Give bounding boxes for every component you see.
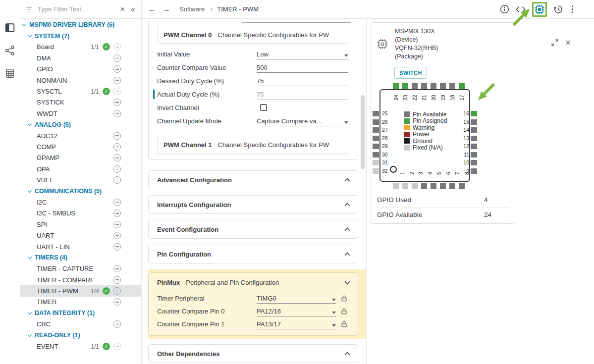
pin-5[interactable] (431, 183, 436, 189)
pin-6[interactable] (440, 183, 446, 189)
checkbox-invert-channel[interactable] (260, 104, 267, 111)
pin-27[interactable] (373, 127, 379, 133)
pin-2[interactable] (402, 183, 408, 189)
tree-item-timer-compare[interactable]: TIMER - COMPARE (20, 274, 141, 285)
kebab-menu-icon[interactable] (570, 4, 575, 14)
pin-12[interactable] (471, 144, 477, 149)
pin-30[interactable] (373, 152, 379, 157)
pin-10[interactable] (471, 160, 477, 165)
clear-filter-icon[interactable]: × (120, 5, 125, 13)
add-instance-icon[interactable] (113, 287, 121, 295)
tree-item-i2c[interactable]: I2C (20, 197, 141, 208)
pin-29[interactable] (373, 144, 379, 149)
forward-icon[interactable]: → (162, 5, 170, 14)
add-instance-icon[interactable] (113, 243, 121, 251)
tree-item-spi[interactable]: SPI (20, 219, 141, 230)
pin-14[interactable] (471, 127, 477, 133)
pin-13[interactable] (471, 136, 477, 141)
tree-item-uart[interactable]: UART (20, 230, 141, 241)
scrollbar-thumb[interactable] (361, 95, 365, 169)
registers-view-icon[interactable] (4, 67, 16, 79)
scrollbar[interactable] (361, 41, 365, 361)
device-view-button[interactable] (532, 2, 547, 17)
pin-15[interactable] (471, 119, 477, 125)
tree-item-comp[interactable]: COMP (20, 141, 141, 152)
pin-25[interactable] (373, 111, 379, 116)
tree-group-data-integrity-1[interactable]: DATA INTEGRITY (1) (20, 308, 141, 318)
tree-item-timer-capture[interactable]: TIMER - CAPTURE (20, 263, 141, 274)
pin-8[interactable] (459, 183, 465, 189)
add-instance-icon[interactable] (113, 54, 121, 62)
pin-32[interactable] (373, 168, 379, 174)
pin-31[interactable] (373, 160, 379, 165)
add-instance-icon[interactable] (113, 265, 121, 272)
tree-group-read-only-1[interactable]: READ-ONLY (1) (20, 330, 141, 341)
filter-input[interactable] (37, 5, 116, 13)
pin-3[interactable] (412, 183, 418, 189)
add-instance-icon[interactable] (113, 65, 121, 73)
history-icon[interactable] (553, 4, 563, 14)
add-instance-icon[interactable] (113, 221, 121, 228)
pin-17[interactable] (459, 83, 465, 89)
section-other-dependencies[interactable]: Other Dependencies (148, 344, 358, 363)
tree-item-vref[interactable]: VREF (20, 174, 141, 185)
pinmux-header[interactable]: PinMux Peripheral and Pin Configuration (157, 273, 349, 292)
add-instance-icon[interactable] (113, 43, 121, 51)
tree-item-dma[interactable]: DMA (20, 52, 141, 63)
lock-icon[interactable] (340, 308, 348, 315)
add-instance-icon[interactable] (113, 99, 121, 106)
pin-26[interactable] (373, 119, 379, 125)
tree-item-board[interactable]: Board1/1✓ (20, 42, 141, 52)
pin-20[interactable] (431, 83, 436, 89)
config-view-icon[interactable] (4, 22, 16, 34)
tree-group-system-7[interactable]: SYSTEM (7) (20, 30, 141, 41)
add-instance-icon[interactable] (113, 132, 121, 140)
add-instance-icon[interactable] (113, 176, 121, 184)
tree-item-i2c-smbus[interactable]: I2C - SMBUS (20, 208, 141, 219)
pwm-channel0-header[interactable]: PWM Channel 0 Channel Specific Configura… (157, 26, 349, 44)
add-instance-icon[interactable] (113, 276, 121, 284)
text-counter-compare-value[interactable]: 500 (257, 62, 348, 73)
select-initial-value[interactable]: Low (257, 49, 348, 59)
pin-21[interactable] (421, 83, 427, 89)
code-export-icon[interactable] (516, 5, 526, 13)
tree-group-timers-4[interactable]: TIMERS (4) (20, 252, 141, 263)
add-instance-icon[interactable] (113, 165, 121, 173)
section-pin-configuration[interactable]: Pin Configuration (148, 245, 358, 263)
tree-item-uart-lin[interactable]: UART - LIN (20, 241, 141, 252)
select-channel-update-mode[interactable]: Capture Compare va... (257, 116, 348, 126)
tree-item-opa[interactable]: OPA (20, 163, 141, 174)
text-desired-duty-cycle[interactable]: 75 (257, 76, 348, 86)
tree-item-sysctl[interactable]: SYSCTL1/1✓ (20, 86, 141, 97)
add-instance-icon[interactable] (113, 199, 121, 206)
pin-18[interactable] (449, 83, 455, 89)
pin-11[interactable] (471, 152, 477, 157)
back-icon[interactable]: ← (148, 5, 156, 14)
select-counter-compare-pin-0[interactable]: PA12/16 (257, 306, 336, 316)
select-timer-peripheral[interactable]: TIMG0 (257, 293, 336, 304)
close-icon[interactable]: × (565, 38, 571, 47)
pin-24[interactable] (393, 83, 399, 89)
lock-icon[interactable] (340, 295, 348, 302)
add-instance-icon[interactable] (113, 88, 121, 95)
pin-16[interactable] (471, 111, 477, 116)
tree-item-crc[interactable]: CRC (20, 319, 141, 330)
section-interrupts-configuration[interactable]: Interrupts Configuration (148, 195, 358, 214)
add-instance-icon[interactable] (113, 232, 121, 239)
tree-item-event[interactable]: EVENT1/1✓ (20, 341, 141, 352)
add-instance-icon[interactable] (113, 209, 121, 217)
switch-device-button[interactable]: SWITCH (394, 67, 427, 79)
pin-23[interactable] (402, 83, 408, 89)
pin-22[interactable] (412, 83, 418, 89)
tree-item-systick[interactable]: SYSTICK (20, 97, 141, 108)
tree-item-timer[interactable]: TIMER (20, 297, 141, 308)
tree-item-wwdt[interactable]: WWDT (20, 108, 141, 119)
tree-item-adc12[interactable]: ADC12 (20, 130, 141, 141)
pin-7[interactable] (449, 183, 455, 189)
pin-9[interactable] (471, 168, 477, 174)
add-instance-icon[interactable] (113, 110, 121, 117)
tree-group-analog-5[interactable]: ANALOG (5) (20, 119, 141, 130)
breadcrumb-software[interactable]: Software (179, 5, 205, 13)
pin-28[interactable] (373, 136, 379, 141)
add-instance-icon[interactable] (113, 143, 121, 151)
